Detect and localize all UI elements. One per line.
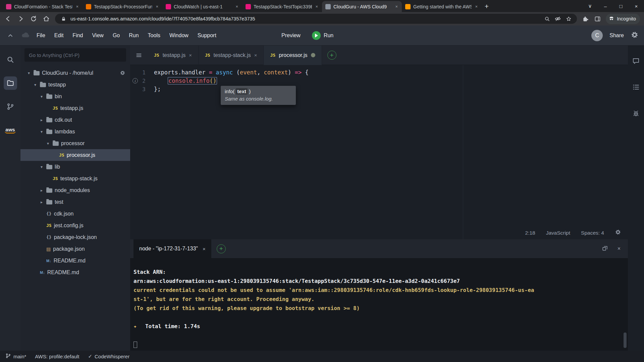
browser-tab[interactable]: Getting started with the AWS CD× [402,1,482,12]
debugger-icon[interactable] [632,109,640,119]
code-line[interactable]: 2i console.info() [130,77,628,85]
terminal-scrollbar[interactable] [624,333,627,348]
forward-icon[interactable] [17,15,25,23]
window-close-button[interactable]: × [629,0,644,12]
lock-icon[interactable] [60,15,67,22]
language-mode[interactable]: JavaScript [546,230,570,236]
menu-item-file[interactable]: File [37,33,45,39]
reload-icon[interactable] [30,15,38,23]
codewhisperer-item[interactable]: ✓CodeWhisperer [88,353,129,359]
search-icon[interactable] [4,53,17,66]
menu-item-window[interactable]: Window [169,33,189,39]
new-tab-button[interactable]: + [482,1,492,11]
tab-close-icon[interactable]: × [189,52,192,58]
browser-tab[interactable]: TestappStack-TestTopic339EC197× [242,1,322,12]
preview-button[interactable]: Preview [281,33,301,39]
browser-tab[interactable]: CloudWatch | us-east-1× [162,1,242,12]
files-icon[interactable] [4,76,17,90]
tab-menu-icon[interactable] [130,52,148,59]
chat-icon[interactable] [632,57,640,66]
editor-tab[interactable]: JSprocessor.js [264,46,322,65]
menu-item-go[interactable]: Go [113,33,120,39]
tab-close-icon[interactable]: × [203,246,206,252]
extensions-icon[interactable] [582,15,589,22]
tab-close-icon[interactable]: × [235,4,239,9]
tab-close-icon[interactable]: × [315,4,319,9]
editor-tab[interactable]: JStestapp.js× [148,46,199,65]
browser-tab[interactable]: CloudGuru - AWS Cloud9× [322,1,402,12]
editor-gear-icon[interactable] [615,229,621,237]
home-icon[interactable] [42,15,50,23]
tree-item[interactable]: M↓README.md [20,255,130,266]
cursor-position[interactable]: 2:18 [525,230,535,236]
source-control-icon[interactable] [4,100,17,113]
tab-search-icon[interactable]: ∨ [582,0,598,12]
code-line[interactable]: 3}; [130,85,628,94]
tree-item[interactable]: ▸node_modules [20,184,130,196]
tree-item[interactable]: {}package-lock.json [20,231,130,243]
tree-item[interactable]: ▾lambdas [20,126,130,137]
incognito-badge[interactable]: Incognito [606,14,640,24]
tree-item[interactable]: JSjest.config.js [20,220,130,231]
tree-item[interactable]: ▤package.json [20,243,130,255]
menu-item-edit[interactable]: Edit [54,33,64,39]
editor-tab[interactable]: JStestapp-stack.js× [199,46,264,65]
tree-item[interactable]: ▾bin [20,90,130,102]
code-line[interactable]: 1exports.handler = async (event, context… [130,68,628,77]
gear-icon[interactable] [120,70,130,76]
code-editor[interactable]: 1exports.handler = async (event, context… [130,65,628,239]
window-minimize-button[interactable]: – [598,0,613,12]
window-maximize-button[interactable]: □ [613,0,629,12]
tree-item[interactable]: ▾lib [20,161,130,173]
avatar[interactable]: C [591,30,603,41]
code-token: { [302,69,308,76]
terminal-body[interactable]: Stack ARN:arn:aws:cloudformation:us-east… [130,258,628,351]
tab-close-icon[interactable]: × [474,4,478,9]
tree-item[interactable]: JStestapp.js [20,102,130,114]
menubar-right: C Share [591,30,639,41]
share-button[interactable]: Share [609,33,624,39]
git-branch-item[interactable]: main* [5,353,26,360]
tree-item[interactable]: M↓README.md [20,266,130,278]
tree-item[interactable]: JStestapp-stack.js [20,173,130,184]
terminal-line: arn:aws:cloudformation:us-east-1:2980391… [133,277,628,286]
tree-item[interactable]: ▾processor [20,137,130,149]
tree-item[interactable]: ▸test [20,196,130,208]
close-panel-icon[interactable]: × [618,246,621,252]
tab-close-icon[interactable]: × [254,52,257,58]
terminal-tab[interactable]: node - "ip-172-31-7-133" × [133,239,211,258]
tree-item[interactable]: ▾testapp [20,79,130,90]
outline-icon[interactable] [632,83,640,93]
run-button[interactable]: Run [312,31,333,40]
browser-tab[interactable]: TestappStack-ProcessorFunction1× [83,1,162,12]
tab-close-icon[interactable]: × [155,4,159,9]
zoom-icon[interactable] [543,15,551,22]
menu-item-find[interactable]: Find [72,33,83,39]
menu-item-run[interactable]: Run [129,33,139,39]
settings-gear-icon[interactable] [631,31,639,40]
tree-item[interactable]: ▸cdk.out [20,114,130,126]
tree-item[interactable]: {}cdk.json [20,208,130,220]
menu-item-view[interactable]: View [92,33,103,39]
bookmark-star-icon[interactable] [565,15,572,22]
aws-toolkit-icon[interactable]: aws [4,123,17,137]
browser-tab[interactable]: CloudFormation - Stack TestappS× [3,1,83,12]
url-text[interactable]: us-east-1.console.aws.amazon.com/cloud9/… [70,16,540,21]
menu-item-tools[interactable]: Tools [148,33,160,39]
tree-item[interactable]: JSprocessor.js [20,149,130,161]
aws-profile-item[interactable]: AWS: profile:default [35,354,79,359]
new-editor-tab-icon[interactable]: + [327,51,336,60]
menu-item-support[interactable]: Support [198,33,216,39]
indent-setting[interactable]: Spaces: 4 [581,230,604,236]
eye-off-icon[interactable] [554,15,561,22]
address-bar[interactable]: us-east-1.console.aws.amazon.com/cloud9/… [55,14,577,24]
goto-anything-input[interactable] [24,48,126,62]
new-terminal-icon[interactable]: + [217,244,226,253]
tab-close-icon[interactable]: × [75,4,79,9]
side-panel-icon[interactable] [594,15,601,22]
collapse-panel-icon[interactable] [0,32,20,39]
tab-close-icon[interactable]: × [394,4,398,9]
back-icon[interactable] [4,15,12,23]
popout-icon[interactable] [602,245,608,253]
tree-item[interactable]: ▾CloudGuru - /home/ul [20,67,130,79]
